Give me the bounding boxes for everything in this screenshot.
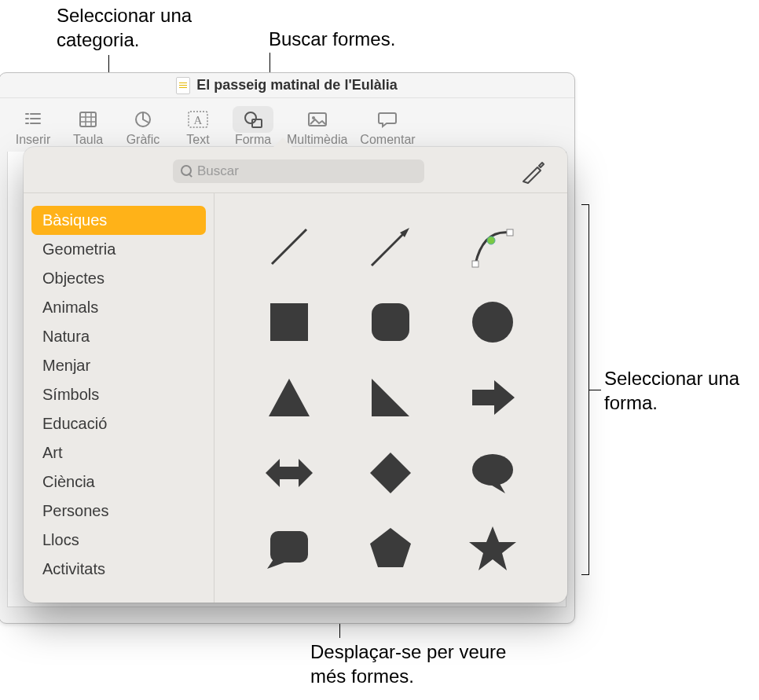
category-label: Objectes [42, 269, 104, 287]
category-label: Bàsiques [42, 211, 107, 229]
svg-point-22 [472, 454, 513, 486]
toolbar-label: Comentar [360, 133, 415, 147]
svg-point-4 [245, 112, 256, 123]
category-label: Educació [42, 415, 107, 432]
shape-triangle[interactable] [262, 370, 317, 425]
svg-rect-14 [270, 303, 308, 341]
shapes-popover: BàsiquesGeometriaObjectesAnimalsNaturaMe… [24, 147, 567, 603]
shapes-grid[interactable] [214, 193, 567, 603]
toolbar-taula[interactable]: Taula [64, 104, 112, 148]
bracket [581, 204, 589, 575]
search-field[interactable] [173, 159, 424, 183]
svg-marker-19 [472, 380, 515, 415]
category-sidebar: BàsiquesGeometriaObjectesAnimalsNaturaMe… [24, 193, 214, 603]
search-input[interactable] [197, 163, 416, 179]
svg-line-8 [272, 229, 306, 264]
shape-line[interactable] [262, 219, 317, 274]
shape-pentagon[interactable] [363, 521, 418, 576]
callout-select-category: Seleccionar una categoria. [57, 3, 229, 52]
taula-icon [78, 108, 98, 131]
toolbar-forma[interactable]: Forma [229, 104, 277, 148]
toolbar-label: Text [186, 133, 209, 147]
shape-rounded-square[interactable] [363, 295, 418, 350]
category-label: Geometria [42, 240, 116, 258]
svg-rect-11 [472, 261, 478, 267]
svg-rect-15 [372, 303, 409, 341]
inserir-icon [23, 108, 43, 131]
popover-body: BàsiquesGeometriaObjectesAnimalsNaturaMe… [24, 192, 567, 603]
shape-curve[interactable] [465, 219, 520, 274]
svg-rect-0 [80, 112, 96, 126]
svg-point-13 [487, 236, 495, 244]
document-title: El passeig matinal de l'Eulàlia [196, 77, 397, 93]
draw-shape-icon[interactable] [520, 158, 547, 185]
category-label: Activitats [42, 560, 105, 577]
toolbar-label: Multimèdia [287, 133, 347, 147]
toolbar-comentar[interactable]: Comentar [357, 104, 418, 148]
category-item[interactable]: Activitats [31, 555, 206, 584]
svg-marker-21 [370, 453, 411, 493]
search-icon [181, 165, 192, 178]
grafic-icon [133, 108, 153, 131]
category-item[interactable]: Natura [31, 322, 206, 351]
category-label: Art [42, 444, 63, 461]
svg-rect-24 [270, 531, 308, 563]
svg-marker-20 [266, 459, 313, 487]
category-label: Llocs [42, 531, 79, 548]
category-item[interactable]: Símbols [31, 380, 206, 409]
category-item[interactable]: Geometria [31, 235, 206, 264]
category-item[interactable]: Llocs [31, 526, 206, 555]
shape-arrow-line[interactable] [363, 219, 418, 274]
shape-double-arrow[interactable] [262, 445, 317, 500]
titlebar: El passeig matinal de l'Eulàlia [0, 73, 574, 98]
shape-square[interactable] [262, 295, 317, 350]
svg-marker-27 [469, 526, 516, 570]
svg-marker-17 [269, 379, 310, 416]
svg-marker-23 [490, 482, 505, 493]
comentar-icon [377, 108, 398, 131]
toolbar-label: Taula [73, 133, 103, 147]
callout-search-shapes: Buscar formes. [269, 27, 395, 51]
category-item[interactable]: Menjar [31, 351, 206, 380]
category-item[interactable]: Objectes [31, 264, 206, 293]
category-item[interactable]: Art [31, 438, 206, 467]
category-label: Símbols [42, 386, 99, 403]
toolbar-inserir[interactable]: Inserir [9, 104, 57, 148]
toolbar-label: Gràfic [126, 133, 160, 147]
toolbar-label: Forma [235, 133, 271, 147]
callout-scroll-more: Desplaçar-se per veure més formes. [310, 640, 538, 688]
svg-text:A: A [194, 114, 203, 126]
svg-marker-18 [372, 379, 409, 416]
shape-circle[interactable] [465, 295, 520, 350]
text-icon: A [187, 108, 209, 131]
category-item[interactable]: Bàsiques [31, 206, 206, 235]
callout-scroll-more-text: Desplaçar-se per veure més formes. [310, 641, 506, 687]
category-label: Ciència [42, 473, 95, 490]
svg-rect-12 [507, 229, 513, 236]
toolbar-grafic[interactable]: Gràfic [119, 104, 167, 148]
category-label: Menjar [42, 357, 90, 374]
callout-select-shape-text: Seleccionar una forma. [604, 368, 739, 413]
callout-select-category-text: Seleccionar una categoria. [57, 5, 192, 50]
category-item[interactable]: Ciència [31, 467, 206, 497]
shape-right-triangle[interactable] [363, 370, 418, 425]
svg-marker-26 [370, 528, 411, 567]
category-label: Natura [42, 328, 90, 345]
shape-callout-box[interactable] [262, 521, 317, 576]
category-item[interactable]: Animals [31, 293, 206, 322]
forma-icon [242, 108, 264, 131]
svg-point-16 [472, 302, 513, 343]
svg-line-9 [372, 233, 405, 266]
callout-search-shapes-text: Buscar formes. [269, 28, 395, 49]
shape-speech-bubble[interactable] [465, 445, 520, 500]
category-label: Persones [42, 502, 109, 519]
callout-line [589, 390, 601, 390]
multimedia-icon [306, 108, 328, 131]
shape-star[interactable] [465, 521, 520, 576]
toolbar-text[interactable]: AText [174, 104, 222, 148]
category-item[interactable]: Persones [31, 497, 206, 526]
category-label: Animals [42, 299, 98, 316]
shape-arrow-right[interactable] [465, 370, 520, 425]
shape-diamond[interactable] [363, 445, 418, 500]
category-item[interactable]: Educació [31, 409, 206, 438]
